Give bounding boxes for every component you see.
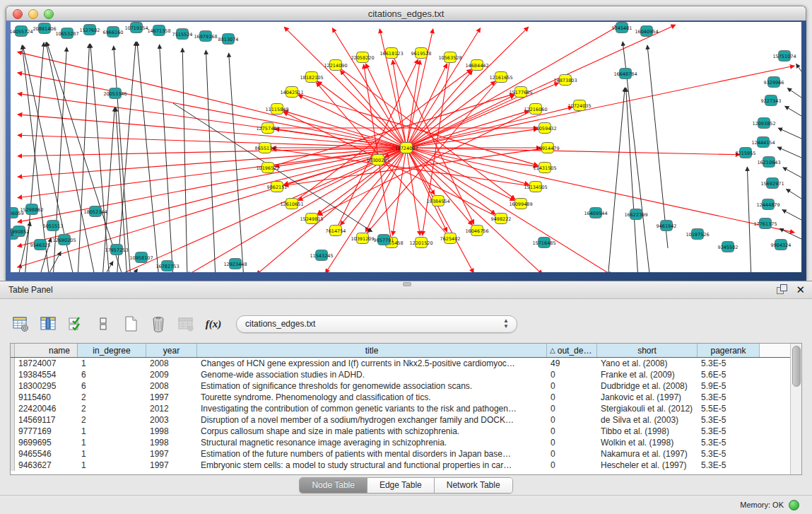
graph-node[interactable]: 20891406 bbox=[33, 23, 56, 34]
graph-node[interactable]: 16622399 bbox=[624, 209, 647, 220]
table-cell[interactable]: Franke et al. (2009) bbox=[597, 369, 698, 380]
graph-node[interactable]: 16409544 bbox=[584, 208, 607, 218]
graph-node[interactable]: 16040954 bbox=[635, 26, 658, 37]
close-window-button[interactable] bbox=[13, 9, 23, 19]
tab-node-table[interactable]: Node Table bbox=[300, 478, 367, 493]
graph-node[interactable]: 10563528 bbox=[438, 52, 461, 63]
table-cell[interactable]: 2012 bbox=[146, 403, 197, 414]
table-row[interactable]: 946362711997Embryonic stem cells: a mode… bbox=[11, 460, 801, 471]
table-cell[interactable]: Disruption of a novel member of a sodium… bbox=[197, 414, 547, 426]
table-cell[interactable]: 1997 bbox=[146, 392, 197, 403]
table-cell[interactable]: 9699695 bbox=[15, 437, 78, 448]
column-header-short[interactable]: short bbox=[597, 344, 698, 357]
table-cell[interactable]: 2009 bbox=[146, 369, 197, 380]
graph-node[interactable]: 16210643 bbox=[757, 157, 780, 168]
table-cell[interactable]: Jankovic et al. (1997) bbox=[597, 392, 698, 403]
table-cell[interactable]: Dudbridge et al. (2008) bbox=[597, 380, 698, 392]
table-selector-dropdown[interactable]: citations_edges.txt ▲▼ bbox=[236, 315, 517, 333]
graph-node[interactable]: 12444154 bbox=[751, 137, 775, 148]
graph-node[interactable]: 10196522 bbox=[256, 163, 279, 173]
table-cell[interactable]: 9777169 bbox=[15, 426, 78, 437]
column-header-title[interactable]: title bbox=[197, 344, 547, 357]
column-header-pagerank[interactable]: pagerank bbox=[698, 344, 760, 357]
graph-node[interactable]: 10719154 bbox=[124, 23, 148, 33]
table-cell[interactable]: Stergiakouli et al. (2012) bbox=[597, 403, 698, 414]
table-cell[interactable]: 1 bbox=[78, 358, 146, 369]
memory-status-indicator[interactable] bbox=[789, 500, 799, 510]
graph-node[interactable]: 5051513 bbox=[43, 221, 64, 231]
graph-node[interactable]: 9904324 bbox=[771, 240, 792, 250]
graph-node[interactable]: 9862151 bbox=[267, 182, 288, 192]
graph-node[interactable]: 16914479 bbox=[536, 143, 559, 153]
table-row[interactable]: 1830029562008Estimation of significance … bbox=[11, 380, 801, 392]
graph-node[interactable]: 16979168 bbox=[194, 31, 217, 42]
scrollbar-thumb[interactable] bbox=[792, 346, 801, 387]
table-cell[interactable]: Investigating the contribution of common… bbox=[197, 403, 547, 414]
table-cell[interactable]: 9115460 bbox=[15, 392, 78, 403]
zoom-window-button[interactable] bbox=[44, 9, 54, 19]
table-cell[interactable]: Structural magnetic resonance image aver… bbox=[197, 437, 547, 448]
table-cell[interactable]: 5.5E-5 bbox=[698, 403, 760, 414]
graph-node[interactable]: 18182105 bbox=[300, 72, 323, 83]
table-row[interactable]: 2242004622012Investigating the contribut… bbox=[11, 403, 801, 414]
table-cell[interactable]: 2 bbox=[78, 403, 146, 414]
row-detail-button[interactable] bbox=[94, 315, 112, 333]
graph-node[interactable]: 12923448 bbox=[223, 259, 247, 269]
graph-node[interactable]: 7614754 bbox=[326, 226, 346, 236]
table-row[interactable]: 977716911998Corpus callosum shape and si… bbox=[11, 426, 801, 437]
graph-node[interactable]: 12214090 bbox=[324, 60, 347, 71]
table-cell[interactable]: 1 bbox=[78, 437, 146, 448]
table-cell[interactable]: 1997 bbox=[146, 460, 197, 471]
graph-node[interactable]: 8813074 bbox=[218, 34, 239, 45]
network-canvas[interactable]: 1872400716914479114315051513450516099489… bbox=[11, 22, 801, 272]
column-visibility-button[interactable] bbox=[39, 315, 57, 333]
table-cell[interactable]: 5.6E-5 bbox=[698, 369, 760, 380]
graph-node[interactable]: 15692971 bbox=[760, 178, 784, 189]
table-cell[interactable]: 5.3E-5 bbox=[698, 448, 760, 460]
table-cell[interactable]: Estimation of the future numbers of pati… bbox=[197, 448, 547, 460]
graph-node[interactable]: 17761375 bbox=[753, 218, 777, 229]
graph-node[interactable]: 9329966 bbox=[764, 77, 784, 88]
select-columns-button[interactable] bbox=[66, 315, 85, 333]
graph-node[interactable]: 14684442 bbox=[465, 60, 488, 71]
table-cell[interactable]: 5.3E-5 bbox=[698, 437, 760, 448]
new-column-button[interactable] bbox=[122, 315, 140, 333]
table-cell[interactable]: 2003 bbox=[146, 414, 197, 426]
graph-node[interactable]: 11543245 bbox=[310, 250, 333, 261]
column-header-year[interactable]: year bbox=[146, 344, 197, 357]
close-panel-button[interactable]: ✕ bbox=[796, 284, 805, 295]
table-cell[interactable]: 5.9E-5 bbox=[698, 380, 760, 392]
table-cell[interactable]: 19384554 bbox=[15, 369, 78, 380]
table-cell[interactable]: Wolkin et al. (1998) bbox=[597, 437, 698, 448]
table-vertical-scrollbar[interactable] bbox=[790, 344, 801, 474]
graph-node[interactable]: 9245481 bbox=[612, 23, 632, 33]
table-cell[interactable]: 0 bbox=[547, 437, 597, 448]
graph-node[interactable]: 10958107 bbox=[129, 252, 153, 263]
graph-node[interactable]: 12161655 bbox=[489, 72, 512, 83]
table-cell[interactable]: 0 bbox=[547, 414, 597, 426]
column-header-name[interactable]: name bbox=[15, 344, 78, 357]
table-cell[interactable]: 0 bbox=[547, 426, 597, 437]
table-cell[interactable]: 2008 bbox=[146, 358, 197, 369]
table-cell[interactable]: 49 bbox=[547, 358, 597, 369]
table-cell[interactable]: 1998 bbox=[146, 437, 197, 448]
graph-node[interactable]: 15751074 bbox=[772, 51, 796, 62]
table-cell[interactable]: 1 bbox=[78, 448, 146, 460]
tab-edge-table[interactable]: Edge Table bbox=[367, 478, 435, 493]
table-cell[interactable]: 1 bbox=[78, 426, 146, 437]
graph-node[interactable]: 15716485 bbox=[532, 238, 555, 248]
table-cell[interactable]: 2008 bbox=[146, 380, 197, 392]
graph-node[interactable]: 16648784 bbox=[613, 69, 637, 79]
column-header-in_degree[interactable]: in_degree bbox=[78, 344, 146, 357]
graph-node[interactable]: 16618123 bbox=[379, 48, 403, 59]
graph-node[interactable]: 9245502 bbox=[718, 242, 739, 252]
table-row[interactable]: 1938455462009Genome-wide association stu… bbox=[11, 369, 801, 380]
graph-node[interactable]: 10653287 bbox=[55, 28, 78, 39]
graph-node[interactable]: 10391209 bbox=[351, 233, 374, 244]
graph-node[interactable]: 15134505 bbox=[524, 182, 547, 192]
graph-node[interactable]: 14671358 bbox=[147, 25, 170, 36]
graph-node[interactable]: 12757401 bbox=[256, 123, 279, 134]
table-cell[interactable]: 1998 bbox=[146, 426, 197, 437]
table-cell[interactable]: Hescheler et al. (1997) bbox=[597, 460, 698, 471]
network-graph[interactable]: 1872400716914479114315051513450516099489… bbox=[11, 22, 801, 272]
